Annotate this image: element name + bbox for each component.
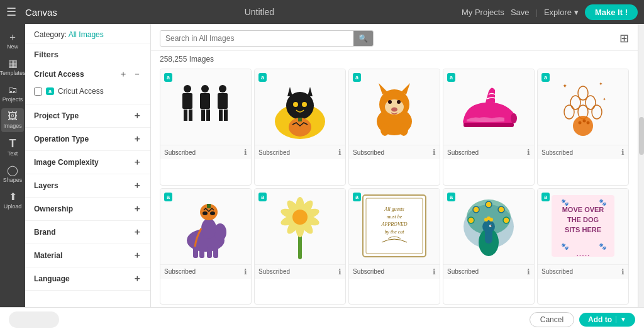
explore-menu[interactable]: Explore ▾ — [544, 8, 579, 17]
filter-section-brand: Brand ＋ — [25, 221, 150, 244]
language-label: Language — [34, 274, 70, 283]
svg-rect-9 — [218, 93, 228, 109]
bottom-bar-left — [9, 311, 59, 328]
cricut-access-checkbox[interactable] — [34, 87, 42, 96]
sidebar-item-images[interactable]: 🖼 Images — [1, 108, 24, 132]
info-icon-2[interactable]: ℹ — [338, 148, 341, 157]
info-icon-8[interactable]: ℹ — [433, 267, 436, 276]
info-icon-10[interactable]: ℹ — [621, 267, 625, 276]
svg-text:THE DOG: THE DOG — [567, 216, 599, 223]
image-card-10[interactable]: a 🐾 🐾 MOVE OVER THE DOG SITS HERE 🐾 🐾 • … — [537, 188, 629, 305]
image-card-8[interactable]: a All guests must be APPROVED by the cat — [348, 188, 440, 305]
save-button[interactable]: Save — [511, 8, 530, 17]
image-thumb-10: 🐾 🐾 MOVE OVER THE DOG SITS HERE 🐾 🐾 • • … — [538, 189, 628, 264]
info-icon-3[interactable]: ℹ — [433, 148, 436, 157]
svg-rect-19 — [298, 118, 302, 121]
svg-point-44 — [586, 121, 589, 124]
sidebar-item-upload[interactable]: ⬆ Upload — [1, 189, 24, 213]
grid-view-button[interactable]: ⊞ — [619, 31, 629, 45]
svg-rect-3 — [189, 109, 192, 121]
category-bar: Category: All Images — [25, 24, 150, 43]
svg-text:SITS HERE: SITS HERE — [565, 226, 601, 233]
svg-point-28 — [380, 123, 389, 136]
scrollbar-track[interactable] — [638, 24, 644, 307]
sidebar-item-shapes-label: Shapes — [3, 177, 23, 183]
add-icon[interactable]: ＋ — [119, 69, 128, 80]
project-type-expand-icon: ＋ — [133, 110, 142, 121]
info-icon-6[interactable]: ℹ — [244, 267, 247, 276]
minus-icon[interactable]: － — [133, 69, 142, 80]
category-value[interactable]: All Images — [69, 30, 104, 39]
image-thumb-3 — [349, 69, 440, 145]
image-thumb-8: All guests must be APPROVED by the cat — [349, 189, 440, 264]
brand-expand-icon: ＋ — [133, 227, 142, 238]
sidebar-item-projects[interactable]: 🗂 Projects — [1, 82, 24, 106]
image-card-7[interactable]: a — [254, 188, 346, 305]
image-card-6[interactable]: a — [160, 188, 252, 305]
makeit-button[interactable]: Make It ! — [585, 4, 638, 20]
info-icon-1[interactable]: ℹ — [244, 148, 247, 157]
image-card-footer-9: Subscribed ℹ — [443, 264, 534, 279]
brand-label: Brand — [34, 228, 56, 237]
shapes-icon: ◯ — [7, 166, 18, 176]
language-header[interactable]: Language ＋ — [25, 267, 150, 290]
category-label: Category: — [34, 30, 67, 39]
image-complexity-header[interactable]: Image Complexity ＋ — [25, 151, 150, 174]
operation-type-header[interactable]: Operation Type ＋ — [25, 128, 150, 150]
svg-point-80 — [503, 217, 509, 223]
layers-header[interactable]: Layers ＋ — [25, 174, 150, 197]
text-icon: T — [9, 138, 16, 149]
sidebar-item-shapes[interactable]: ◯ Shapes — [1, 162, 24, 186]
image-card-4[interactable]: a Subscribed ℹ — [443, 69, 535, 186]
scrollbar-thumb[interactable] — [639, 117, 644, 155]
svg-point-55 — [210, 211, 215, 215]
sidebar-item-new[interactable]: ＋ New — [1, 29, 24, 53]
svg-point-42 — [578, 121, 581, 124]
layers-label: Layers — [34, 181, 58, 190]
info-icon-4[interactable]: ℹ — [527, 148, 530, 157]
svg-rect-1 — [182, 93, 192, 109]
bottom-bar: Cancel Add to ▼ — [0, 307, 644, 331]
addto-arrow-icon: ▼ — [616, 316, 626, 323]
svg-point-88 — [491, 225, 492, 227]
addto-button[interactable]: Add to ▼ — [579, 313, 635, 327]
subscribed-label-2: Subscribed — [258, 149, 290, 156]
svg-text:APPROVED: APPROVED — [381, 222, 408, 227]
language-expand-icon: ＋ — [133, 273, 142, 284]
project-type-header[interactable]: Project Type ＋ — [25, 104, 150, 127]
document-title[interactable]: Untitled — [62, 7, 457, 17]
subscribed-label-4: Subscribed — [447, 149, 479, 156]
subscribed-label-7: Subscribed — [258, 268, 290, 275]
sidebar-item-text[interactable]: T Text — [1, 135, 24, 160]
cancel-button[interactable]: Cancel — [530, 312, 574, 327]
image-card-2[interactable]: a Subscribe — [254, 69, 346, 186]
search-button[interactable]: 🔍 — [353, 31, 373, 46]
image-card-9[interactable]: a — [443, 188, 535, 305]
project-type-label: Project Type — [34, 111, 79, 120]
ownership-header[interactable]: Ownership ＋ — [25, 198, 150, 220]
image-card-3[interactable]: a — [348, 69, 440, 186]
info-icon-9[interactable]: ℹ — [527, 267, 530, 276]
info-icon-5[interactable]: ℹ — [621, 148, 625, 157]
info-icon-7[interactable]: ℹ — [338, 267, 341, 276]
svg-rect-7 — [206, 109, 210, 121]
brand-header[interactable]: Brand ＋ — [25, 221, 150, 244]
image-badge-8: a — [353, 193, 361, 201]
search-input-wrap: 🔍 — [160, 30, 374, 47]
sidebar-item-templates[interactable]: ▦ Templates — [1, 55, 24, 79]
svg-point-76 — [473, 206, 479, 213]
search-input[interactable] — [160, 31, 353, 46]
cricut-access-content: a Cricut Access — [25, 82, 150, 104]
image-card-5[interactable]: a ✦ ✦ ✦ — [537, 69, 629, 186]
cricut-access-header[interactable]: Cricut Access ＋ － — [25, 63, 150, 82]
image-card-1[interactable]: a — [160, 69, 252, 186]
menu-icon[interactable]: ☰ — [6, 5, 16, 19]
svg-point-78 — [498, 206, 504, 213]
svg-point-43 — [582, 119, 586, 122]
my-projects-link[interactable]: My Projects — [462, 8, 504, 17]
cricut-access-option[interactable]: a Cricut Access — [34, 85, 142, 98]
material-header[interactable]: Material ＋ — [25, 244, 150, 267]
svg-point-17 — [302, 102, 307, 107]
svg-rect-53 — [207, 204, 211, 208]
svg-text:🐾: 🐾 — [599, 242, 607, 250]
